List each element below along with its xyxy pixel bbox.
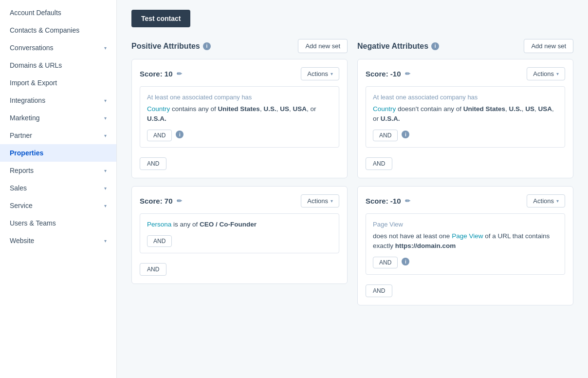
actions-button[interactable]: Actions▾: [527, 194, 565, 208]
chevron-down-icon: ▾: [104, 203, 107, 208]
rule-link[interactable]: Country: [147, 105, 170, 113]
negative-add-new-set-button[interactable]: Add new set: [524, 39, 573, 53]
rule-box: At least one associated company hasCount…: [366, 86, 565, 148]
score-card-header: Score: -10✏Actions▾: [366, 67, 565, 80]
sidebar-item-partner[interactable]: Partner▾: [0, 127, 116, 144]
rule-box: At least one associated company hasCount…: [140, 86, 339, 148]
rule-footer: ANDi: [147, 128, 332, 141]
actions-button[interactable]: Actions▾: [527, 67, 565, 80]
sidebar-item-account-defaults[interactable]: Account Defaults: [0, 4, 116, 21]
negative-cards-container: Score: -10✏Actions▾At least one associat…: [357, 59, 573, 305]
sidebar-item-label: Integrations: [10, 96, 45, 104]
edit-score-icon[interactable]: ✏: [177, 197, 182, 205]
negative-attributes-info-icon[interactable]: i: [431, 42, 439, 50]
sidebar-item-marketing[interactable]: Marketing▾: [0, 109, 116, 127]
chevron-down-icon: ▾: [556, 71, 559, 76]
rule-content: Country contains any of United States, U…: [147, 104, 332, 124]
sidebar-item-contacts---companies[interactable]: Contacts & Companies: [0, 21, 116, 39]
chevron-down-icon: ▾: [104, 45, 107, 51]
sidebar-item-conversations[interactable]: Conversations▾: [0, 39, 116, 57]
sidebar-item-label: Partner: [10, 132, 32, 139]
positive-add-new-set-button[interactable]: Add new set: [298, 39, 348, 53]
edit-score-icon[interactable]: ✏: [405, 197, 410, 205]
positive-cards-container: Score: 10✏Actions▾At least one associate…: [131, 59, 348, 284]
sidebar-item-sales[interactable]: Sales▾: [0, 179, 116, 197]
rule-box: Persona is any of CEO / Co-FounderAND: [140, 213, 339, 253]
sidebar: Account DefaultsContacts & CompaniesConv…: [0, 0, 117, 378]
sidebar-item-service[interactable]: Service▾: [0, 197, 116, 214]
rule-content: does not have at least one Page View of …: [373, 231, 558, 251]
rule-link[interactable]: Page View: [452, 232, 483, 240]
and-inner-button[interactable]: AND: [373, 257, 398, 268]
chevron-down-icon: ▾: [331, 198, 333, 204]
score-card-header: Score: -10✏Actions▾: [366, 194, 565, 208]
sidebar-item-label: Import & Export: [10, 79, 57, 87]
negative-score-card-0: Score: -10✏Actions▾At least one associat…: [357, 59, 573, 178]
sidebar-item-users---teams[interactable]: Users & Teams: [0, 214, 116, 232]
sidebar-item-label: Sales: [10, 184, 27, 192]
and-inner-button[interactable]: AND: [147, 130, 172, 141]
sidebar-item-properties[interactable]: Properties: [0, 144, 116, 162]
and-inner-button[interactable]: AND: [147, 235, 172, 247]
edit-score-icon[interactable]: ✏: [405, 70, 410, 77]
positive-score-card-0: Score: 10✏Actions▾At least one associate…: [131, 59, 348, 178]
rule-category: At least one associated company has: [147, 93, 332, 102]
rule-footer: AND: [147, 233, 332, 247]
positive-attributes-header: Positive Attributes i Add new set: [131, 39, 348, 53]
sidebar-item-label: Reports: [10, 167, 34, 174]
and-inner-button[interactable]: AND: [373, 130, 398, 141]
sidebar-item-import---export[interactable]: Import & Export: [0, 74, 116, 92]
chevron-down-icon: ▾: [104, 115, 107, 121]
score-value: Score: -10✏: [366, 197, 410, 205]
sidebar-item-label: Website: [10, 237, 34, 245]
score-value: Score: -10✏: [366, 70, 410, 78]
sidebar-item-integrations[interactable]: Integrations▾: [0, 92, 116, 109]
score-value: Score: 70✏: [140, 197, 182, 205]
chevron-down-icon: ▾: [104, 238, 107, 244]
rule-info-icon[interactable]: i: [402, 258, 409, 265]
rule-footer: ANDi: [373, 255, 558, 268]
rule-category: At least one associated company has: [373, 93, 558, 102]
chevron-down-icon: ▾: [104, 168, 107, 173]
chevron-down-icon: ▾: [104, 186, 107, 191]
sidebar-item-label: Service: [10, 202, 33, 209]
chevron-down-icon: ▾: [104, 133, 107, 138]
attributes-columns: Positive Attributes i Add new set Score:…: [131, 39, 573, 313]
main-content: Test contact Positive Attributes i Add n…: [117, 0, 588, 378]
sidebar-item-reports[interactable]: Reports▾: [0, 162, 116, 179]
actions-button[interactable]: Actions▾: [301, 67, 339, 80]
negative-score-card-1: Score: -10✏Actions▾Page Viewdoes not hav…: [357, 186, 573, 305]
and-outer-button[interactable]: AND: [366, 284, 392, 297]
and-outer-button[interactable]: AND: [140, 263, 166, 276]
actions-button[interactable]: Actions▾: [301, 194, 339, 208]
chevron-down-icon: ▾: [104, 98, 107, 103]
sidebar-item-domains---urls[interactable]: Domains & URLs: [0, 57, 116, 74]
sidebar-item-label: Users & Teams: [10, 219, 56, 227]
sidebar-item-label: Marketing: [10, 114, 39, 122]
edit-score-icon[interactable]: ✏: [177, 70, 182, 77]
positive-score-card-1: Score: 70✏Actions▾Persona is any of CEO …: [131, 186, 348, 284]
chevron-down-icon: ▾: [556, 198, 559, 204]
rule-content: Persona is any of CEO / Co-Founder: [147, 220, 332, 229]
rule-box: Page Viewdoes not have at least one Page…: [366, 213, 565, 275]
rule-link[interactable]: Persona: [147, 221, 171, 228]
rule-info-icon[interactable]: i: [176, 131, 184, 138]
score-value: Score: 10✏: [140, 70, 182, 78]
rule-content: Country doesn't contain any of United St…: [373, 104, 558, 124]
sidebar-item-label: Contacts & Companies: [10, 26, 79, 34]
chevron-down-icon: ▾: [331, 71, 333, 76]
rule-info-icon[interactable]: i: [402, 131, 409, 138]
sidebar-item-website[interactable]: Website▾: [0, 232, 116, 249]
and-outer-button[interactable]: AND: [140, 157, 166, 170]
score-card-header: Score: 70✏Actions▾: [140, 194, 339, 208]
rule-link[interactable]: Country: [373, 105, 396, 113]
positive-attributes-info-icon[interactable]: i: [203, 42, 211, 50]
sidebar-item-label: Properties: [10, 149, 43, 157]
negative-attributes-column: Negative Attributes i Add new set Score:…: [357, 39, 573, 313]
test-contact-button[interactable]: Test contact: [131, 10, 190, 27]
sidebar-item-label: Domains & URLs: [10, 61, 62, 69]
and-outer-button[interactable]: AND: [366, 157, 392, 170]
sidebar-item-label: Account Defaults: [10, 9, 61, 17]
positive-attributes-title: Positive Attributes i: [131, 42, 211, 51]
negative-attributes-header: Negative Attributes i Add new set: [357, 39, 573, 53]
